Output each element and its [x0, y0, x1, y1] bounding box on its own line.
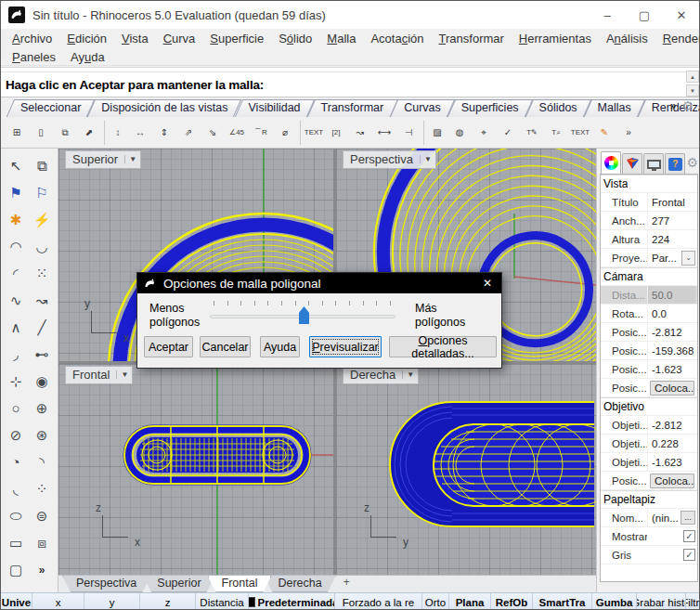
toolbar-icon[interactable]: ⌀ [273, 121, 297, 145]
toolbar-icon[interactable]: ⟷ [372, 121, 396, 145]
statusbar-pane[interactable]: RefOb [491, 593, 533, 610]
statusbar-pane[interactable]: Orto [422, 593, 449, 610]
menu-item[interactable]: Archivo [5, 31, 59, 46]
palette-icon[interactable]: ◉ [29, 368, 55, 395]
property-value[interactable]: -159.368 [647, 342, 695, 359]
property-value[interactable]: 50.0 [647, 286, 695, 304]
scroll-down-icon[interactable]: ▼ [686, 84, 699, 97]
palette-icon[interactable]: ↖ [3, 152, 29, 179]
browse-button[interactable]: ... [681, 511, 695, 525]
property-row[interactable]: Anch... 277 [601, 212, 697, 230]
palette-icon[interactable]: ⊹ [3, 368, 29, 395]
property-value[interactable]: 224 [647, 230, 695, 248]
palette-icon[interactable]: ◝ [29, 448, 55, 475]
statusbar-pane[interactable]: Gumba [592, 593, 637, 610]
property-value[interactable]: Par... [647, 249, 681, 266]
menu-item[interactable]: Paneles [5, 49, 63, 65]
palette-icon[interactable]: ▭ [3, 529, 29, 556]
property-row[interactable]: Vista [601, 175, 697, 193]
palette-icon[interactable]: ◡ [29, 233, 55, 260]
statusbar-pane[interactable]: z [140, 593, 196, 610]
palette-icon[interactable]: ⬭ [3, 502, 29, 529]
ribbon-tab[interactable]: Visibilidad [239, 99, 311, 117]
toolbar-icon[interactable]: ✓ [496, 121, 520, 145]
toolbar-icon[interactable]: ⊞ [5, 121, 29, 145]
toolbar-icon[interactable]: ◍ [447, 121, 472, 145]
checkbox[interactable]: ✓ [683, 530, 695, 542]
dialog-button[interactable]: Ayuda [260, 336, 300, 357]
property-row[interactable]: Objeti... -2.812 [601, 416, 697, 435]
viewport-menu-arrow-icon[interactable]: ▼ [420, 155, 435, 163]
toolbar-icon[interactable]: ↔ [128, 121, 152, 145]
property-row[interactable]: Posic... -2.812 [601, 323, 697, 342]
palette-icon[interactable]: ⧉ [29, 152, 55, 179]
menu-item[interactable]: Curva [156, 31, 203, 46]
palette-icon[interactable]: ⊜ [29, 502, 55, 529]
toolbar-icon[interactable]: ▨ [423, 121, 447, 145]
ribbon-tab[interactable]: Curvas [394, 99, 451, 117]
polygon-density-slider[interactable] [210, 301, 395, 332]
panel-tab-properties[interactable] [601, 151, 621, 174]
statusbar-pane[interactable]: Distancia [196, 593, 249, 610]
property-row[interactable]: Rota... 0.0 [601, 305, 697, 323]
dialog-button[interactable]: Cancelar [200, 336, 251, 357]
property-value[interactable]: -2.812 [647, 323, 695, 341]
property-row[interactable]: Proye... Par... ⌄ [601, 249, 697, 267]
palette-icon[interactable]: ⚑ [3, 179, 29, 206]
property-row[interactable]: Nom... (nin... ... [601, 509, 697, 527]
property-value[interactable]: 0.228 [647, 435, 695, 452]
palette-icon[interactable]: ◞ [3, 341, 29, 368]
toolbar-icon[interactable]: ⇘ [201, 121, 225, 145]
slider-thumb[interactable] [299, 306, 309, 324]
toolbar-icon[interactable]: ⌖ [472, 121, 496, 145]
tab-overflow-chevron[interactable]: » [670, 99, 677, 112]
statusbar-pane[interactable]: Unive [1, 593, 32, 610]
statusbar-pane[interactable]: SmartTra [533, 593, 592, 610]
toolbar-icon[interactable]: ▯ [29, 121, 53, 145]
menu-item[interactable]: Acotación [363, 31, 431, 46]
dialog-title-bar[interactable]: Opciones de malla poligonal ✕ [137, 273, 501, 293]
palette-icon[interactable]: ⊘ [3, 422, 29, 448]
property-row[interactable]: Gris ✓ [601, 546, 697, 565]
palette-icon[interactable]: ◠ [3, 233, 29, 260]
viewport-menu-arrow-icon[interactable]: ▼ [116, 370, 132, 379]
toolbar-icon[interactable]: ⧉ [53, 121, 77, 145]
ribbon-tab[interactable]: Seleccionar [10, 99, 91, 117]
statusbar-pane[interactable]: Grabar histo [637, 593, 686, 610]
property-row[interactable]: Posic... -1.623 [601, 360, 697, 379]
checkbox[interactable]: ✓ [683, 549, 695, 561]
viewport-tab[interactable]: Derecha [264, 576, 335, 592]
ribbon-tab[interactable]: Transformar [311, 99, 395, 117]
viewport-title-frontal[interactable]: Frontal ▼ [65, 366, 133, 384]
property-row[interactable]: Objeti... -1.623 [601, 453, 697, 472]
palette-icon[interactable]: ⊕ [29, 395, 55, 422]
property-value[interactable]: Frontal [647, 193, 695, 211]
ribbon-tab[interactable]: Disposición de las vistas [91, 99, 238, 117]
palette-icon[interactable]: ⚐ [29, 179, 55, 206]
viewport-frontal[interactable]: Frontal ▼ z x [58, 364, 333, 575]
dropdown-arrow-icon[interactable]: ⌄ [681, 251, 695, 266]
property-value[interactable]: 277 [647, 212, 695, 229]
menu-item[interactable]: Ayuda [63, 49, 112, 65]
panel-tab-help[interactable]: ? [665, 153, 685, 174]
toolbar-icon[interactable]: TEXT [300, 121, 324, 145]
toolbar-icon[interactable]: [2] [324, 121, 348, 145]
toolbar-icon[interactable]: ⇕ [152, 121, 176, 145]
menu-item[interactable]: Sólido [271, 31, 319, 46]
dialog-button[interactable]: Previsualizar [309, 336, 382, 357]
toolbar-icon[interactable]: ∠45 [225, 121, 249, 145]
palette-icon[interactable]: ⊛ [29, 422, 55, 448]
palette-icon[interactable]: ◜ [3, 260, 29, 287]
palette-icon[interactable]: ⧈ [29, 529, 55, 556]
statusbar-pane[interactable]: Predeterminada [249, 593, 335, 610]
property-value[interactable] [647, 546, 680, 564]
toolbar-icon[interactable]: ↕ [104, 121, 128, 145]
toolbar-icon[interactable]: T⌕ [544, 121, 568, 145]
panel-tab-display[interactable] [643, 153, 664, 174]
maximize-button[interactable]: ▢ [638, 8, 651, 22]
toolbar-icon[interactable]: ⌒R [249, 121, 273, 145]
menu-item[interactable]: Vista [114, 31, 156, 46]
property-value[interactable]: Coloca... [650, 474, 694, 488]
viewport-tab[interactable]: Frontal [208, 576, 272, 592]
property-value[interactable] [647, 527, 680, 545]
